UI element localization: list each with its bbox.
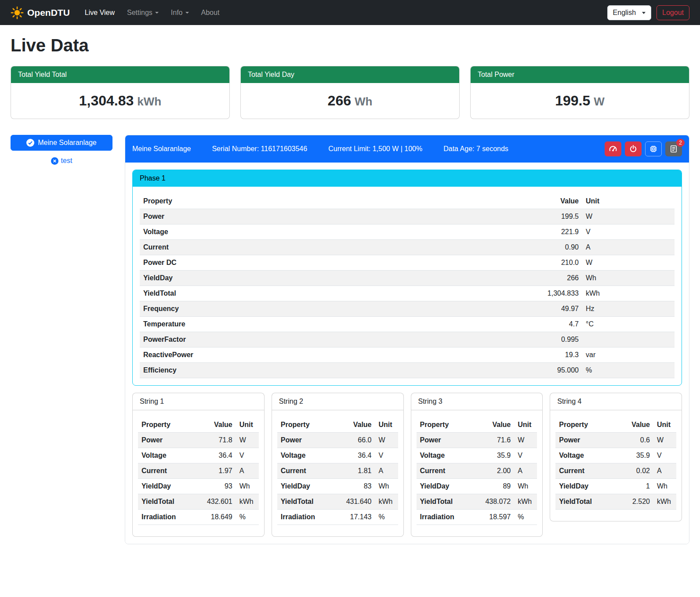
value-cell: 71.8 xyxy=(202,433,236,448)
value-cell: 35.9 xyxy=(480,448,514,463)
string-card-2: String 2PropertyValueUnitPower66.0WVolta… xyxy=(272,393,404,537)
value-cell: 18.597 xyxy=(480,510,514,525)
table-row: YieldDay83Wh xyxy=(277,479,398,494)
value-cell: 210.0 xyxy=(503,255,582,271)
string-card-4: String 4PropertyValueUnitPower0.6WVoltag… xyxy=(550,393,682,521)
column-header: Value xyxy=(480,417,514,433)
column-header: Value xyxy=(341,417,375,433)
chevron-down-icon xyxy=(155,12,159,14)
data-table: PropertyValueUnitPower71.6WVoltage35.9VC… xyxy=(417,417,537,525)
table-row: Power0.6W xyxy=(555,433,676,448)
value-cell: 1.81 xyxy=(341,463,375,479)
unit-cell: W xyxy=(582,209,675,224)
nav-item-settings[interactable]: Settings xyxy=(123,5,163,20)
table-row: YieldDay93Wh xyxy=(138,479,259,494)
event-log-button[interactable]: 2 xyxy=(665,141,682,156)
table-row: YieldTotal432.601kWh xyxy=(138,494,259,510)
table-row: Power71.6W xyxy=(417,433,537,448)
value-cell: 49.97 xyxy=(503,301,582,317)
unit-cell: kWh xyxy=(514,494,537,510)
table-row: Voltage221.9V xyxy=(140,224,675,240)
unit-cell: kWh xyxy=(653,494,676,510)
property-cell: Voltage xyxy=(277,448,341,463)
inverter-select-button[interactable]: Meine Solaranlage xyxy=(11,135,112,151)
journal-icon xyxy=(670,145,678,153)
chevron-down-icon xyxy=(642,12,646,14)
brand[interactable]: OpenDTU xyxy=(11,6,70,19)
property-cell: Power xyxy=(417,433,480,448)
property-cell: Power xyxy=(140,209,503,224)
language-select[interactable]: English xyxy=(607,5,651,20)
unit-cell: Wh xyxy=(653,479,676,494)
inverter-item-label: test xyxy=(61,157,73,165)
table-row: Current1.97A xyxy=(138,463,259,479)
card-total-yield-day: Total Yield Day 266Wh xyxy=(240,66,460,119)
inverter-item-test[interactable]: test xyxy=(11,157,112,165)
power-icon xyxy=(629,145,637,153)
page-content: Live Data Total Yield Total 1,304.83kWh … xyxy=(0,25,700,557)
unit-cell: W xyxy=(236,433,259,448)
property-cell: Power DC xyxy=(140,255,503,271)
unit-cell: A xyxy=(514,463,537,479)
nav-item-live-view[interactable]: Live View xyxy=(80,5,119,20)
table-row: YieldDay1Wh xyxy=(555,479,676,494)
unit-cell: % xyxy=(375,510,398,525)
unit-cell: Wh xyxy=(236,479,259,494)
property-cell: Current xyxy=(277,463,341,479)
table-row: Current2.00A xyxy=(417,463,537,479)
card-header: Total Yield Total xyxy=(11,66,229,83)
string-card-header: String 2 xyxy=(272,393,403,410)
unit-cell: V xyxy=(375,448,398,463)
property-cell: Temperature xyxy=(140,317,503,332)
property-cell: Voltage xyxy=(140,224,503,240)
string-cards: String 1PropertyValueUnitPower71.8WVolta… xyxy=(132,393,682,537)
property-cell: Voltage xyxy=(417,448,480,463)
unit-cell: A xyxy=(375,463,398,479)
string-card-header: String 3 xyxy=(411,393,543,410)
property-cell: Frequency xyxy=(140,301,503,317)
property-cell: YieldDay xyxy=(277,479,341,494)
unit-cell: Hz xyxy=(582,301,675,317)
inverter-name: Meine Solaranlage xyxy=(132,145,191,153)
device-info-button[interactable] xyxy=(645,141,662,156)
table-row: YieldTotal438.072kWh xyxy=(417,494,537,510)
value-cell: 1.97 xyxy=(202,463,236,479)
property-cell: PowerFactor xyxy=(140,332,503,347)
table-row: YieldDay266Wh xyxy=(140,271,675,286)
nav-item-about[interactable]: About xyxy=(197,5,224,20)
column-header: Unit xyxy=(514,417,537,433)
unit-cell: Wh xyxy=(375,479,398,494)
column-header: Value xyxy=(619,417,653,433)
limit-settings-button[interactable] xyxy=(605,141,621,156)
unit-cell: V xyxy=(236,448,259,463)
value-cell: 36.4 xyxy=(341,448,375,463)
property-cell: ReactivePower xyxy=(140,347,503,363)
value-cell: 4.7 xyxy=(503,317,582,332)
unit-cell: W xyxy=(514,433,537,448)
card-total-power: Total Power 199.5W xyxy=(470,66,689,119)
table-row: YieldTotal431.640kWh xyxy=(277,494,398,510)
property-cell: YieldTotal xyxy=(555,494,619,510)
value-cell: 221.9 xyxy=(503,224,582,240)
data-table: PropertyValueUnitPower71.8WVoltage36.4VC… xyxy=(138,417,259,525)
card-header: Total Yield Day xyxy=(241,66,459,83)
string-card-3: String 3PropertyValueUnitPower71.6WVolta… xyxy=(411,393,543,537)
table-row: Current0.02A xyxy=(555,463,676,479)
card-value: 1,304.83 xyxy=(79,93,134,109)
table-row: Efficiency95.000% xyxy=(140,363,675,378)
nav-item-info[interactable]: Info xyxy=(167,5,193,20)
value-cell: 71.6 xyxy=(480,433,514,448)
value-cell: 89 xyxy=(480,479,514,494)
value-cell: 2.00 xyxy=(480,463,514,479)
property-cell: Voltage xyxy=(138,448,202,463)
property-cell: Current xyxy=(140,240,503,255)
logout-button[interactable]: Logout xyxy=(656,5,689,20)
value-cell: 95.000 xyxy=(503,363,582,378)
table-row: Irradiation17.143% xyxy=(277,510,398,525)
column-header: Property xyxy=(138,417,202,433)
table-row: Voltage35.9V xyxy=(555,448,676,463)
property-cell: YieldDay xyxy=(140,271,503,286)
power-toggle-button[interactable] xyxy=(625,141,642,156)
table-row: YieldDay89Wh xyxy=(417,479,537,494)
column-header: Unit xyxy=(653,417,676,433)
